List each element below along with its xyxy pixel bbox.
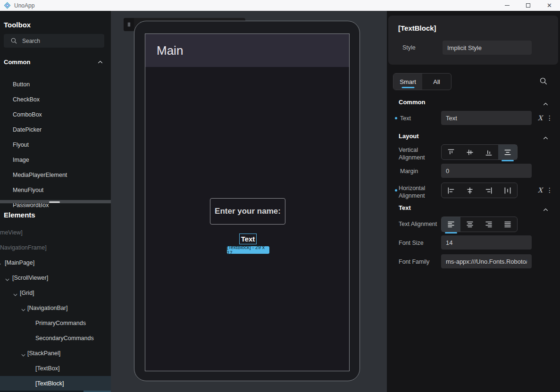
design-surface[interactable]: Main Enter your name: Text [TextBlock] -… — [145, 33, 350, 371]
toolbox-item-menuflyout[interactable]: MenuFlyout — [0, 183, 111, 198]
tree-item-scrollviewer[interactable]: [ScrollViewer] — [0, 270, 111, 285]
search-input[interactable] — [22, 38, 93, 44]
vertical-alignment-group — [441, 144, 518, 160]
device-frame: Main Enter your name: Text [TextBlock] -… — [134, 21, 360, 381]
minimize-button[interactable] — [496, 0, 518, 11]
toolbox-item-mediaplayerelement[interactable]: MediaPlayerElement — [0, 167, 111, 183]
chevron-up-icon — [543, 100, 549, 108]
toolbox-item-button[interactable]: Button — [0, 77, 111, 92]
design-canvas: Main Enter your name: Text [TextBlock] -… — [111, 11, 387, 392]
halign-stretch-button[interactable] — [498, 183, 517, 198]
halign-right-button[interactable] — [479, 183, 498, 198]
chevron-up-icon — [97, 58, 103, 66]
tree-item-mainpage[interactable]: [MainPage] — [0, 255, 111, 270]
drag-handle-icon[interactable] — [124, 18, 134, 31]
tree-item-grid[interactable]: [Grid] — [0, 285, 111, 300]
tree-item-navigationbar[interactable]: [NavigationBar] — [0, 300, 111, 316]
minimize-icon — [505, 5, 510, 6]
design-textbox-text: Enter your name: — [215, 207, 281, 216]
property-menu-icon[interactable]: ⋮ — [546, 186, 553, 194]
section-common[interactable]: Common — [387, 97, 560, 108]
toolbox-section-common[interactable]: Common — [0, 56, 111, 68]
chevron-down-icon[interactable] — [0, 260, 1, 268]
tree-item-textblock[interactable]: [TextBlock] — [0, 376, 111, 391]
text-align-left-button[interactable] — [442, 217, 460, 232]
text-align-center-button[interactable] — [460, 217, 479, 232]
tree-item-secondarycommands[interactable]: SecondaryCommands — [0, 331, 111, 346]
binding-x-icon[interactable]: X — [538, 114, 543, 122]
halign-left-button[interactable] — [442, 183, 460, 198]
style-label: Style — [402, 44, 416, 51]
tree-item-textbox[interactable]: [TextBox] — [0, 361, 111, 376]
selected-textblock[interactable]: Text — [239, 234, 257, 244]
uno-logo-icon — [4, 2, 11, 9]
toolbox-item-datepicker[interactable]: DatePicker — [0, 122, 111, 137]
section-text[interactable]: Text — [387, 203, 560, 214]
style-field[interactable] — [443, 41, 532, 55]
vertical-alignment-label: Vertical Alignment — [399, 146, 428, 161]
common-section-label: Common — [4, 58, 30, 66]
text-align-right-button[interactable] — [479, 217, 498, 232]
toolbox-scrollbar-thumb[interactable] — [49, 201, 60, 203]
property-tabs: Smart All — [393, 73, 451, 90]
font-size-field[interactable] — [441, 235, 532, 250]
tree-item-frameview[interactable]: meView] — [0, 225, 111, 240]
maximize-button[interactable] — [518, 0, 539, 11]
selection-size-badge: [TextBlock] - 29 x 17 — [227, 246, 269, 254]
navigation-bar[interactable]: Main — [145, 34, 349, 67]
text-property-label: Text — [400, 115, 411, 122]
toolbox-item-image[interactable]: Image — [0, 152, 111, 167]
text-align-justify-button[interactable] — [498, 217, 517, 232]
horizontal-alignment-label: Horizontal Alignment — [399, 184, 430, 200]
selected-textblock-text: Text — [241, 235, 255, 243]
maximize-icon — [526, 3, 530, 8]
toolbox-scrollbar[interactable] — [0, 200, 111, 203]
tree-item-navigationframe[interactable]: NavigationFrame] — [0, 240, 111, 255]
tree-item-primarycommands[interactable]: PrimaryCommands — [0, 316, 111, 331]
text-property-field[interactable] — [441, 111, 532, 125]
properties-search-icon[interactable] — [539, 77, 548, 87]
toolbox-item-combobox[interactable]: ComboBox — [0, 107, 111, 122]
selected-element-card: [TextBlock] Style — [388, 16, 558, 65]
valign-stretch-button[interactable] — [498, 145, 517, 159]
chevron-up-icon — [543, 205, 549, 214]
chevron-down-icon[interactable] — [21, 350, 26, 359]
font-size-label: Font Size — [399, 240, 424, 246]
search-icon — [10, 37, 17, 44]
tab-smart[interactable]: Smart — [393, 74, 422, 90]
valign-top-button[interactable] — [442, 145, 460, 159]
margin-label: Margin — [400, 168, 418, 175]
elements-title: Elements — [4, 211, 35, 219]
toolbox-item-flyout[interactable]: Flyout — [0, 137, 111, 152]
titlebar: UnoApp ✕ — [0, 0, 560, 11]
selected-element-header: [TextBlock] — [398, 24, 436, 32]
font-family-field[interactable] — [441, 254, 532, 268]
modified-dot — [395, 117, 397, 119]
page-title: Main — [145, 34, 349, 67]
margin-field[interactable] — [441, 164, 532, 178]
font-family-label: Font Family — [399, 259, 429, 265]
toolbox-panel: Toolbox Common Button CheckBox ComboBox … — [0, 11, 111, 392]
chevron-down-icon[interactable] — [13, 290, 18, 299]
tree-item-stackpanel[interactable]: [StackPanel] — [0, 346, 111, 361]
close-button[interactable]: ✕ — [539, 0, 560, 11]
valign-bottom-button[interactable] — [479, 145, 498, 159]
toolbox-item-checkbox[interactable]: CheckBox — [0, 92, 111, 107]
text-alignment-group — [441, 217, 518, 232]
halign-center-button[interactable] — [460, 183, 479, 198]
property-menu-icon[interactable]: ⋮ — [546, 114, 553, 122]
chevron-up-icon — [543, 133, 549, 142]
text-alignment-label: Text Alignment — [399, 221, 437, 227]
section-layout[interactable]: Layout — [387, 131, 560, 142]
close-icon: ✕ — [547, 2, 552, 8]
tab-all[interactable]: All — [422, 74, 451, 90]
toolbox-search[interactable] — [4, 34, 104, 48]
binding-x-icon[interactable]: X — [538, 186, 543, 194]
design-textbox[interactable]: Enter your name: — [210, 198, 285, 225]
properties-panel: [TextBlock] Style Smart All Common Text … — [387, 11, 560, 392]
chevron-down-icon[interactable] — [5, 275, 10, 284]
toolbox-title: Toolbox — [4, 21, 31, 29]
valign-center-button[interactable] — [460, 145, 479, 159]
window-title: UnoApp — [14, 2, 34, 9]
chevron-down-icon[interactable] — [21, 305, 26, 314]
